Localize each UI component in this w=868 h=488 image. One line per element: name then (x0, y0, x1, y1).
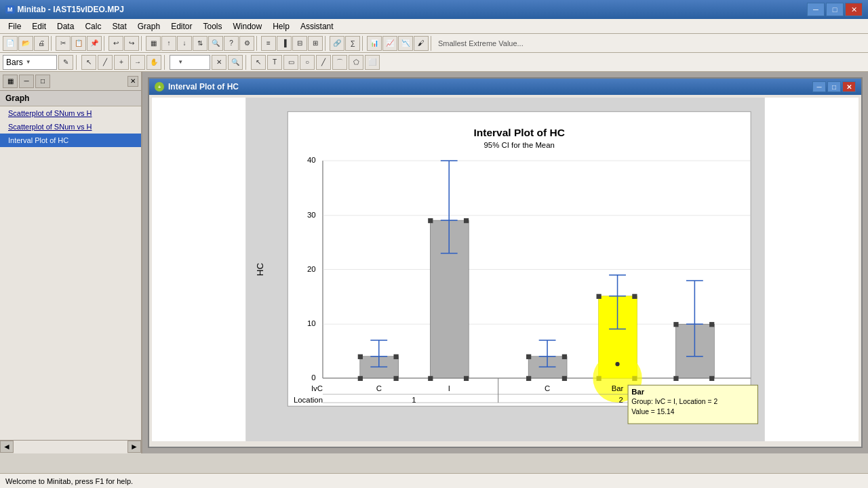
scroll-left-btn[interactable]: ◄ (0, 441, 14, 453)
cursor-dot (615, 362, 619, 366)
handle-bl-c2 (526, 376, 531, 381)
tooltip-line1: Group: IvC = I, Location = 2 (631, 398, 717, 405)
toolbar-1: 📄 📂 🖨 ✂ 📋 📌 ↩ ↪ ▦ ↑ ↓ ⇅ 🔍 ? ⚙ ≡ ▐ ⊟ ⊞ 🔗 … (0, 34, 868, 53)
copy-btn[interactable]: 📋 (71, 36, 86, 51)
zoom-dropdown[interactable]: ▼ (170, 55, 210, 70)
chart3-btn[interactable]: 📉 (398, 36, 413, 51)
search-btn[interactable]: 🔍 (208, 36, 223, 51)
grid-btn[interactable]: ▦ (146, 36, 161, 51)
menu-edit[interactable]: Edit (26, 20, 52, 33)
menu-file[interactable]: File (3, 20, 26, 33)
pan-btn[interactable]: ✋ (146, 55, 161, 70)
panel-grid-icon[interactable]: ▦ (3, 75, 18, 88)
close2-btn[interactable]: ✕ (212, 55, 226, 70)
y-axis-label: HC (255, 263, 265, 277)
y-tick-40: 40 (307, 156, 316, 164)
poly-btn[interactable]: ⬠ (349, 55, 363, 70)
handle-bl-c1 (358, 376, 363, 381)
col-btn[interactable]: ≡ (261, 36, 276, 51)
menu-bar: File Edit Data Calc Stat Graph Editor To… (0, 19, 868, 34)
handle-bl-i2 (673, 376, 678, 381)
menu-editor[interactable]: Editor (165, 20, 197, 33)
chart-subtitle-text: 95% CI for the Mean (484, 141, 555, 149)
chart1-btn[interactable]: 📊 (367, 36, 382, 51)
window-title: Minitab - IAST15vIDEO.MPJ (18, 5, 808, 14)
rect-btn[interactable]: ▭ (283, 55, 298, 70)
redo-btn[interactable]: ↪ (124, 36, 139, 51)
merge-btn[interactable]: ⊞ (308, 36, 323, 51)
undo-btn[interactable]: ↩ (108, 36, 123, 51)
paste-btn[interactable]: 📌 (87, 36, 102, 51)
graph-minimize-btn[interactable]: ─ (812, 81, 826, 92)
text-btn[interactable]: T (267, 55, 282, 70)
status-text: Welcome to Minitab, press F1 for help. (5, 477, 133, 485)
close-button[interactable]: ✕ (845, 3, 863, 16)
toolbar-2: Bars ▼ ✎ ↖ ╱ + → ✋ ▼ ✕ 🔍 ↖ T ▭ ○ ╱ ⌒ ⬠ ⬜ (0, 53, 868, 72)
scroll-right-btn[interactable]: ► (127, 441, 141, 453)
magnify-btn[interactable]: 🔍 (228, 55, 243, 70)
sort-btn[interactable]: ⇅ (193, 36, 208, 51)
main-area: ▦ ─ □ ✕ Graph Scatterplot of SNum vs H S… (0, 72, 868, 453)
menu-help[interactable]: Help (267, 20, 295, 33)
brush2-btn[interactable]: ╱ (98, 55, 113, 70)
y-tick-30: 30 (307, 211, 316, 219)
panel-close-btn[interactable]: ✕ (127, 76, 138, 87)
oval-btn[interactable]: ○ (300, 55, 315, 70)
sel-ptr-btn[interactable]: ↖ (251, 55, 266, 70)
edit-btn[interactable]: ✎ (58, 55, 73, 70)
open-btn[interactable]: 📂 (18, 36, 33, 51)
minimize-button[interactable]: ─ (807, 3, 825, 16)
handle-tr-c1 (393, 354, 398, 359)
graph-window-title-text: Interval Plot of HC (168, 82, 239, 92)
menu-window[interactable]: Window (228, 20, 268, 33)
new-btn[interactable]: 📄 (3, 36, 18, 51)
brush-btn[interactable]: 🖌 (414, 36, 429, 51)
panel-item-2[interactable]: Interval Plot of HC (0, 134, 141, 147)
chart-type-dropdown[interactable]: Bars ▼ (3, 55, 57, 70)
scroll-track[interactable] (14, 441, 127, 453)
plus-btn[interactable]: + (114, 55, 129, 70)
handle-tl-c2 (526, 354, 531, 359)
menu-tools[interactable]: Tools (197, 20, 227, 33)
handle-tl-i2 (673, 322, 678, 327)
pointer-btn[interactable]: ↖ (81, 55, 96, 70)
restore-button[interactable]: □ (826, 3, 844, 16)
chart2-btn[interactable]: 📈 (382, 36, 397, 51)
menu-calc[interactable]: Calc (79, 20, 106, 33)
calc-btn[interactable]: ⚙ (239, 36, 254, 51)
tooltip-line2: Value = 15.14 (631, 408, 675, 415)
menu-data[interactable]: Data (52, 20, 79, 33)
ivc-label: IvC (311, 384, 323, 392)
q-btn[interactable]: ? (224, 36, 239, 51)
panel-scrollbar[interactable]: ◄ ► (0, 440, 141, 453)
panel-minimize-btn[interactable]: ─ (19, 75, 34, 88)
arrow-btn[interactable]: → (130, 55, 145, 70)
frame-btn[interactable]: ⬜ (365, 55, 380, 70)
panel-item-0[interactable]: Scatterplot of SNum vs H (0, 106, 141, 120)
arc-btn[interactable]: ⌒ (332, 55, 347, 70)
menu-assistant[interactable]: Assistant (295, 20, 339, 33)
split-btn[interactable]: ⊟ (292, 36, 307, 51)
graph-restore-btn[interactable]: □ (827, 81, 841, 92)
handle-tr-c2 (562, 354, 567, 359)
panel-item-1[interactable]: Scatterplot of SNum vs H (0, 120, 141, 134)
panel-restore-btn[interactable]: □ (35, 75, 50, 88)
menu-stat[interactable]: Stat (106, 20, 132, 33)
line-btn[interactable]: ╱ (316, 55, 331, 70)
handle-tl-i1 (428, 218, 433, 223)
location-label: Location (294, 396, 323, 404)
graph-close-btn[interactable]: ✕ (842, 81, 856, 92)
formula-btn[interactable]: ∑ (345, 36, 360, 51)
up-btn[interactable]: ↑ (161, 36, 176, 51)
y-tick-0: 0 (311, 373, 315, 382)
handle-br-i2 (709, 376, 714, 381)
bar-btn[interactable]: ▐ (277, 36, 292, 51)
link-btn[interactable]: 🔗 (330, 36, 344, 51)
print-btn[interactable]: 🖨 (34, 36, 49, 51)
panel-section-graph[interactable]: Graph (0, 91, 141, 106)
graph-window-title-bar: + Interval Plot of HC ─ □ ✕ (149, 79, 861, 95)
dn-btn[interactable]: ↓ (177, 36, 192, 51)
cut-btn[interactable]: ✂ (56, 36, 71, 51)
graph-window-icon: + (155, 82, 164, 92)
menu-graph[interactable]: Graph (132, 20, 165, 33)
